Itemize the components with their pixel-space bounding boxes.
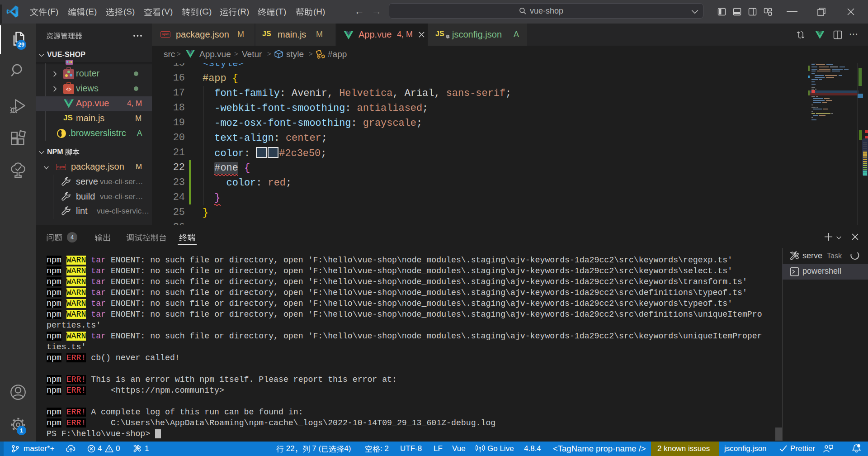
- svg-text:<>: <>: [66, 87, 71, 92]
